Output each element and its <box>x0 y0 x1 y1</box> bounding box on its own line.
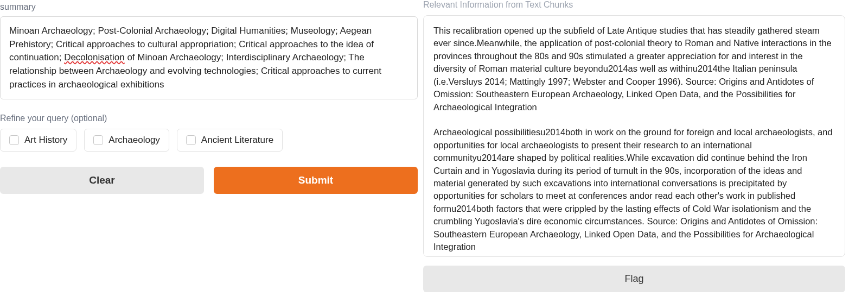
checkbox-input-archaeology[interactable] <box>93 135 103 145</box>
flag-button[interactable]: Flag <box>423 266 845 292</box>
action-button-row: Clear Submit <box>0 167 418 194</box>
summary-label: summary <box>0 2 418 12</box>
summary-input[interactable]: Minoan Archaeology; Post-Colonial Archae… <box>0 16 418 99</box>
text-chunks-output: This recalibration opened up the subfiel… <box>423 15 845 257</box>
checkbox-input-art-history[interactable] <box>9 135 19 145</box>
submit-button[interactable]: Submit <box>214 167 418 194</box>
checkbox-ancient-literature[interactable]: Ancient Literature <box>177 129 283 152</box>
summary-spell-word: Decolonisation <box>64 52 125 62</box>
refine-label: Refine your query (optional) <box>0 114 418 123</box>
checkbox-label: Archaeology <box>108 135 160 146</box>
checkbox-label: Ancient Literature <box>201 135 273 146</box>
relevant-info-label: Relevant Information from Text Chunks <box>423 0 845 10</box>
checkbox-input-ancient-literature[interactable] <box>186 135 196 145</box>
clear-button[interactable]: Clear <box>0 167 204 194</box>
checkbox-archaeology[interactable]: Archaeology <box>84 129 169 152</box>
checkbox-art-history[interactable]: Art History <box>0 129 76 152</box>
refine-checkbox-row: Art History Archaeology Ancient Literatu… <box>0 129 418 152</box>
checkbox-label: Art History <box>24 135 67 146</box>
